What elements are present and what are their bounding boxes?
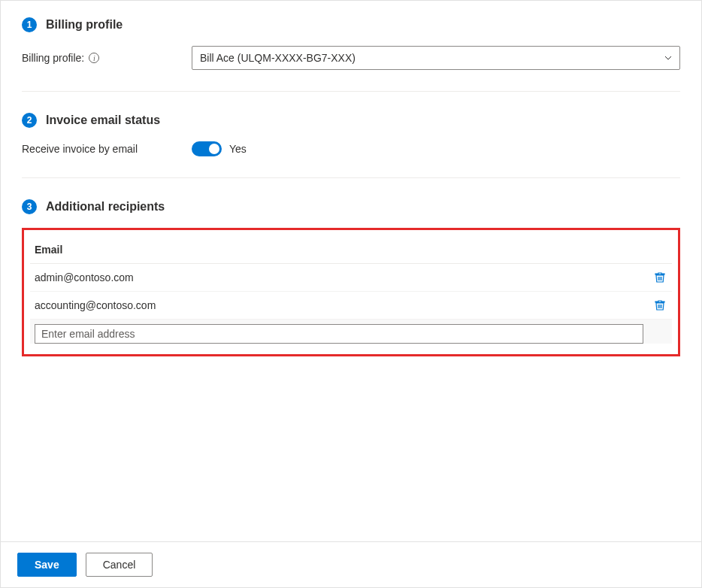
- section-header: 1 Billing profile: [22, 17, 680, 32]
- table-row: accounting@contoso.com: [30, 292, 672, 320]
- section-header: 2 Invoice email status: [22, 113, 680, 128]
- recipients-highlight-box: Email admin@contoso.com accounting@conto…: [22, 228, 680, 356]
- billing-profile-select-wrapper: Bill Ace (ULQM-XXXX-BG7-XXX): [192, 46, 680, 70]
- billing-profile-label: Billing profile: i: [22, 52, 192, 64]
- new-email-row: [30, 320, 672, 344]
- step-badge: 2: [22, 113, 37, 128]
- recipient-email: accounting@contoso.com: [35, 299, 156, 311]
- save-button[interactable]: Save: [17, 553, 77, 577]
- divider: [22, 91, 680, 92]
- invoice-email-toggle[interactable]: [192, 141, 222, 156]
- table-row: admin@contoso.com: [30, 264, 672, 292]
- toggle-state-text: Yes: [229, 143, 247, 155]
- trash-icon[interactable]: [652, 270, 667, 285]
- section-header: 3 Additional recipients: [22, 199, 680, 214]
- email-column-header: Email: [30, 241, 672, 264]
- additional-recipients-section: 3 Additional recipients Email admin@cont…: [22, 199, 680, 356]
- invoice-email-section: 2 Invoice email status Receive invoice b…: [22, 113, 680, 156]
- section-title-recipients: Additional recipients: [46, 200, 165, 214]
- invoice-toggle-label: Receive invoice by email: [22, 143, 192, 155]
- step-badge: 3: [22, 199, 37, 214]
- footer: Save Cancel: [1, 541, 701, 587]
- toggle-thumb: [209, 144, 219, 154]
- section-title-billing: Billing profile: [46, 18, 123, 32]
- info-icon[interactable]: i: [89, 53, 99, 63]
- recipient-email: admin@contoso.com: [35, 271, 134, 283]
- trash-icon[interactable]: [652, 298, 667, 313]
- main-content: 1 Billing profile Billing profile: i Bil…: [1, 1, 701, 541]
- divider: [22, 177, 680, 178]
- step-badge: 1: [22, 17, 37, 32]
- billing-profile-select[interactable]: Bill Ace (ULQM-XXXX-BG7-XXX): [192, 46, 680, 70]
- cancel-button[interactable]: Cancel: [86, 553, 153, 577]
- billing-profile-section: 1 Billing profile Billing profile: i Bil…: [22, 17, 680, 70]
- section-title-invoice: Invoice email status: [46, 114, 160, 127]
- email-input[interactable]: [35, 324, 643, 344]
- invoice-toggle-row: Receive invoice by email Yes: [22, 141, 680, 156]
- billing-profile-field: Billing profile: i Bill Ace (ULQM-XXXX-B…: [22, 46, 680, 70]
